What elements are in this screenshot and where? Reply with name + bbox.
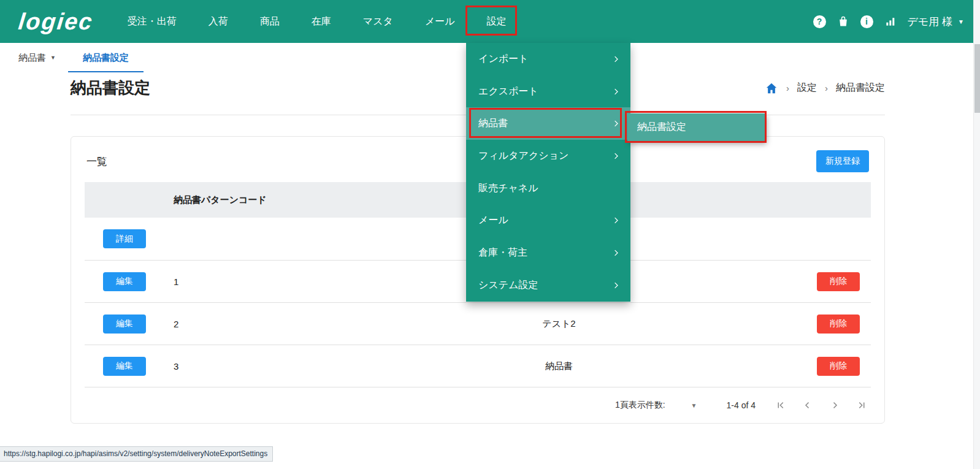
user-name-label: デモ用 様: [908, 15, 953, 29]
pattern-code-cell: 3: [174, 361, 345, 372]
menu-item-label: 販売チャネル: [478, 182, 538, 195]
info-icon[interactable]: i: [860, 15, 873, 28]
column-header-pattern-code: 納品書パターンコード: [174, 194, 345, 206]
breadcrumb-settings[interactable]: 設定: [797, 82, 817, 94]
edit-button[interactable]: 編集: [103, 357, 146, 376]
delete-button[interactable]: 削除: [817, 315, 860, 334]
list-title: 一覧: [86, 154, 107, 169]
chevron-right-icon: [611, 119, 621, 128]
detail-button[interactable]: 詳細: [103, 229, 146, 248]
delivery-note-dropdown[interactable]: 納品書 ▼: [18, 52, 56, 64]
breadcrumb-separator: ›: [825, 83, 828, 93]
nav-item-mail[interactable]: メール: [409, 0, 471, 43]
bag-icon[interactable]: [837, 15, 849, 28]
nav-item-settings[interactable]: 設定: [471, 0, 523, 43]
logiec-logo[interactable]: logiec: [17, 9, 94, 35]
next-page-icon[interactable]: [829, 400, 840, 411]
menu-item-mail[interactable]: メール: [466, 204, 630, 237]
menu-item-label: インポート: [478, 53, 529, 66]
chevron-down-icon: ▼: [50, 55, 56, 61]
rows-per-page-dropdown[interactable]: ▼: [691, 402, 697, 409]
page-scrollbar[interactable]: [973, 0, 980, 469]
menu-item-import[interactable]: インポート: [466, 43, 630, 75]
menu-item-label: フィルタアクション: [478, 150, 568, 162]
menu-item-sales-channel[interactable]: 販売チャネル: [466, 172, 630, 205]
menu-item-label: メール: [478, 214, 508, 227]
table-row: 編集 2 テスト2 削除: [85, 303, 871, 345]
nav-item-orders-shipping[interactable]: 受注・出荷: [112, 0, 193, 43]
submenu-item-label: 納品書設定: [637, 121, 686, 134]
first-page-icon[interactable]: [775, 400, 786, 411]
last-page-icon[interactable]: [856, 400, 867, 411]
menu-item-label: 倉庫・荷主: [478, 246, 527, 259]
pattern-code-cell: 1: [174, 276, 345, 287]
pagination: 1頁表示件数: ▼ 1-4 of 4: [71, 387, 884, 423]
nav-item-products[interactable]: 商品: [244, 0, 296, 43]
top-navigation-bar: logiec 受注・出荷 入荷 商品 在庫 マスタ メール 設定 ? i デモ用…: [0, 0, 980, 43]
menu-item-label: エクスポート: [478, 85, 538, 98]
breadcrumb-current-page: 納品書設定: [836, 82, 885, 94]
pattern-code-cell: 2: [174, 319, 345, 329]
scrollbar-thumb[interactable]: [974, 44, 980, 113]
pagination-range-label: 1-4 of 4: [727, 400, 756, 410]
home-icon[interactable]: [765, 82, 778, 95]
breadcrumb-separator: ›: [786, 83, 789, 93]
create-new-button[interactable]: 新規登録: [816, 150, 869, 172]
nav-item-inventory[interactable]: 在庫: [296, 0, 347, 43]
pattern-name-cell: 納品書: [345, 360, 773, 372]
chevron-right-icon: [611, 281, 621, 290]
chevron-down-icon: ▼: [958, 18, 964, 25]
delivery-note-dropdown-label: 納品書: [18, 52, 46, 64]
nav-item-arrival[interactable]: 入荷: [193, 0, 244, 43]
pattern-name-cell: テスト2: [345, 318, 773, 330]
menu-item-label: システム設定: [478, 279, 538, 292]
delete-button[interactable]: 削除: [817, 357, 860, 376]
settings-dropdown-menu: インポート エクスポート 納品書 フィルタアクション 販売チャネル メール 倉庫…: [466, 43, 630, 302]
previous-page-icon[interactable]: [802, 400, 813, 411]
menu-item-export[interactable]: エクスポート: [466, 75, 630, 108]
edit-button[interactable]: 編集: [103, 272, 146, 291]
tab-delivery-note-settings[interactable]: 納品書設定: [68, 43, 144, 72]
chevron-right-icon: [611, 248, 621, 257]
table-row: 編集 3 納品書 削除: [85, 345, 871, 387]
submenu-item-delivery-note-settings[interactable]: 納品書設定: [627, 113, 765, 141]
user-menu[interactable]: デモ用 様 ▼: [908, 15, 964, 29]
help-icon[interactable]: ?: [813, 15, 826, 28]
chevron-right-icon: [611, 216, 621, 225]
page-title: 納品書設定: [71, 77, 150, 99]
menu-item-filter-action[interactable]: フィルタアクション: [466, 140, 630, 172]
header-actions: ? i デモ用 様 ▼: [813, 15, 964, 29]
menu-item-label: 納品書: [478, 117, 508, 130]
chevron-right-icon: [611, 151, 621, 161]
breadcrumb: › 設定 › 納品書設定: [765, 82, 885, 95]
menu-item-system-settings[interactable]: システム設定: [466, 269, 630, 302]
rows-per-page-label: 1頁表示件数:: [615, 400, 665, 411]
chevron-right-icon: [611, 87, 621, 96]
menu-item-warehouse-shipper[interactable]: 倉庫・荷主: [466, 237, 630, 269]
main-nav: 受注・出荷 入荷 商品 在庫 マスタ メール 設定: [112, 0, 523, 43]
menu-item-delivery-note[interactable]: 納品書: [466, 107, 630, 140]
nav-item-master[interactable]: マスタ: [347, 0, 409, 43]
chevron-right-icon: [611, 55, 621, 64]
signal-bars-icon[interactable]: [884, 15, 897, 28]
edit-button[interactable]: 編集: [103, 315, 146, 334]
delete-button[interactable]: 削除: [817, 272, 860, 291]
status-bar-url: https://stg.hapilogi.co.jp/hapi/asims/v2…: [0, 446, 273, 462]
